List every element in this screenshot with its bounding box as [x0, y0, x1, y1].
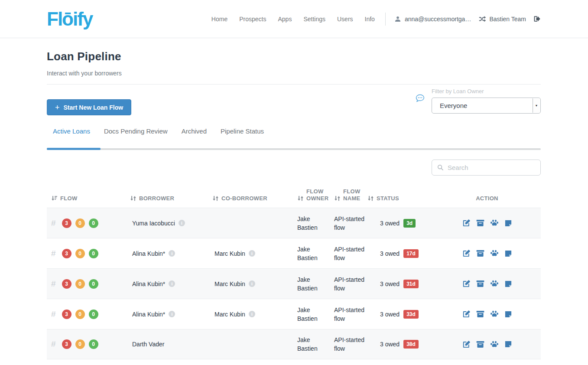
info-icon[interactable]: i [169, 250, 175, 257]
paw-icon[interactable] [490, 279, 499, 288]
page-subtitle: Interact with your borrowers [47, 70, 541, 77]
hash-icon: # [51, 218, 56, 228]
nav-apps[interactable]: Apps [278, 16, 292, 23]
borrower-name: Alina Kubin* [132, 250, 165, 257]
team-switcher[interactable]: Bastien Team [479, 15, 526, 23]
info-icon[interactable]: i [249, 250, 255, 257]
archive-icon[interactable] [476, 310, 485, 319]
edit-icon[interactable] [462, 310, 471, 319]
user-account[interactable]: anna@successmortga… [394, 16, 471, 23]
edit-icon[interactable] [462, 279, 471, 288]
flow-owner: Jake Bastien [291, 215, 328, 232]
nav-prospects[interactable]: Prospects [239, 16, 266, 23]
note-icon[interactable] [504, 310, 513, 319]
note-icon[interactable] [504, 219, 513, 228]
owed-count-badge[interactable]: 3 [62, 279, 71, 289]
status-owed: 3 owed [380, 280, 400, 287]
shuffle-icon [479, 15, 486, 23]
edit-icon[interactable] [462, 218, 471, 228]
archive-icon[interactable] [476, 218, 485, 228]
start-new-loan-flow-button[interactable]: + Start New Loan Flow [47, 99, 131, 115]
edit-icon[interactable] [462, 249, 471, 258]
status-days-badge: 17d [403, 249, 419, 258]
select-dropdown-button[interactable]: ▼ [533, 98, 540, 113]
sort-icon [212, 195, 219, 202]
page-header: Loan Pipeline Interact with your borrowe… [47, 50, 541, 77]
paw-icon[interactable] [490, 310, 499, 319]
flow-name: API-started flow [328, 245, 367, 262]
header-flow[interactable]: FLOW [47, 195, 127, 202]
flow-name: API-started flow [328, 215, 367, 232]
pending-count-badge[interactable]: 0 [75, 310, 85, 319]
header-flow-name[interactable]: FLOW NAME [328, 188, 367, 202]
flow-name: API-started flow [328, 275, 367, 293]
floify-logo[interactable]: Flōify [47, 8, 92, 30]
tabs-underline [47, 148, 541, 150]
nav-users[interactable]: Users [337, 16, 353, 23]
nav-home[interactable]: Home [211, 16, 227, 23]
info-icon[interactable]: i [249, 280, 255, 287]
pending-count-badge[interactable]: 0 [75, 218, 85, 228]
status-owed: 3 owed [380, 341, 400, 348]
caret-down-icon: ▼ [535, 104, 538, 107]
accepted-count-badge[interactable]: 0 [89, 279, 98, 289]
pending-count-badge[interactable]: 0 [75, 279, 85, 289]
table-row: # 3 0 0 Darth Vader Jake Bastien API-sta… [47, 329, 541, 359]
info-icon[interactable]: i [169, 280, 175, 287]
team-name: Bastien Team [489, 16, 526, 23]
hash-icon: # [51, 279, 56, 289]
pending-count-badge[interactable]: 0 [75, 339, 85, 349]
status-days-badge: 33d [403, 310, 419, 319]
owed-count-badge[interactable]: 3 [62, 339, 71, 349]
owed-count-badge[interactable]: 3 [62, 218, 71, 228]
table-row: # 3 0 0 Alina Kubin* i Marc Kubin i Jake… [47, 238, 541, 268]
nav-info[interactable]: Info [365, 16, 375, 23]
paw-icon[interactable] [490, 340, 499, 349]
loan-owner-select[interactable]: Everyone ▼ [432, 98, 541, 114]
flow-owner: Jake Bastien [291, 306, 328, 323]
sort-icon [334, 195, 341, 202]
tabs-track [47, 148, 541, 150]
status-owed: 3 owed [380, 250, 400, 257]
nav-settings[interactable]: Settings [303, 16, 325, 23]
sort-icon [297, 195, 304, 202]
header-action: ACTION [433, 195, 541, 202]
co-borrower-name: Marc Kubin [214, 311, 245, 318]
archive-icon[interactable] [476, 340, 485, 349]
header-flow-owner[interactable]: FLOW OWNER [291, 188, 328, 202]
sort-icon [130, 195, 136, 202]
info-icon[interactable]: i [169, 311, 175, 317]
main-nav: Home Prospects Apps Settings Users Info [211, 16, 375, 23]
pending-count-badge[interactable]: 0 [75, 249, 85, 258]
filter-label: Filter by Loan Owner [432, 88, 541, 95]
header-borrower[interactable]: BORROWER [127, 195, 209, 202]
archive-icon[interactable] [476, 249, 485, 258]
accepted-count-badge[interactable]: 0 [89, 339, 98, 349]
accepted-count-badge[interactable]: 0 [89, 218, 98, 228]
note-icon[interactable] [504, 280, 513, 288]
logout-icon[interactable] [533, 15, 540, 23]
owed-count-badge[interactable]: 3 [62, 249, 71, 258]
archive-icon[interactable] [476, 279, 485, 288]
paw-icon[interactable] [490, 218, 499, 228]
note-icon[interactable] [504, 340, 513, 349]
flow-owner: Jake Bastien [291, 336, 328, 353]
header-status[interactable]: STATUS [367, 195, 433, 202]
info-icon[interactable]: i [249, 311, 255, 317]
top-navbar: Flōify Home Prospects Apps Settings User… [0, 0, 588, 38]
borrower-name: Yuma Iacobucci [132, 220, 175, 227]
search-input[interactable] [448, 164, 535, 171]
info-icon[interactable]: i [179, 220, 185, 226]
chat-bubble-icon[interactable] [416, 94, 425, 102]
borrower-name: Alina Kubin* [132, 280, 165, 287]
nav-divider [385, 13, 386, 26]
note-icon[interactable] [504, 249, 513, 258]
edit-icon[interactable] [462, 340, 471, 349]
accepted-count-badge[interactable]: 0 [89, 310, 98, 319]
owed-count-badge[interactable]: 3 [62, 310, 71, 319]
accepted-count-badge[interactable]: 0 [89, 249, 98, 258]
search-box [432, 160, 541, 176]
paw-icon[interactable] [490, 249, 499, 258]
header-co-borrower[interactable]: CO-BORROWER [209, 195, 291, 202]
hash-icon: # [51, 339, 56, 349]
